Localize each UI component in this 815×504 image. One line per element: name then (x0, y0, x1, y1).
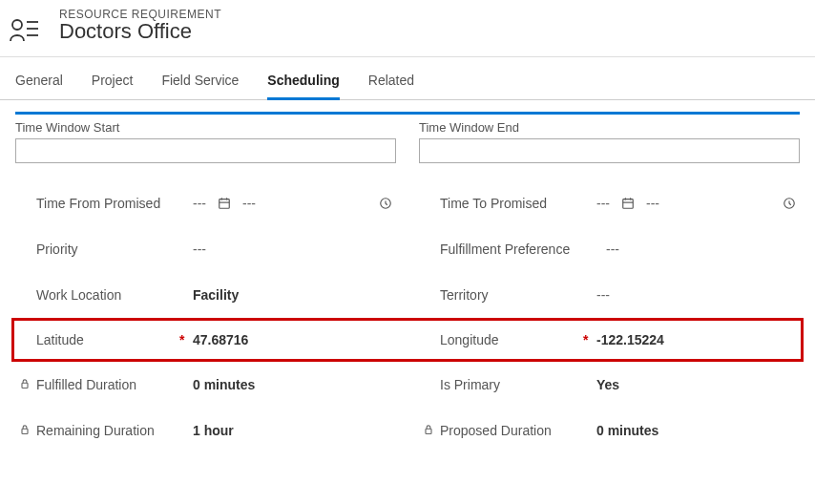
value-proposed-duration: 0 minutes (596, 423, 796, 438)
value-remaining-duration: 1 hour (193, 423, 392, 438)
svg-rect-16 (426, 429, 431, 433)
lock-icon (19, 377, 31, 392)
row-territory: Territory --- (419, 272, 800, 318)
time-window-start-input[interactable] (15, 138, 396, 163)
svg-rect-14 (22, 383, 28, 388)
right-column: Time Window End Time To Promised --- --- (419, 120, 800, 318)
label-remaining-duration: Remaining Duration (36, 423, 179, 438)
tab-project[interactable]: Project (92, 73, 134, 99)
label-time-from-promised: Time From Promised (36, 196, 179, 211)
time-to-promised-field[interactable]: --- --- (596, 196, 796, 211)
required-marker: * (583, 332, 596, 347)
tab-field-service[interactable]: Field Service (161, 73, 239, 99)
person-list-icon (10, 17, 36, 45)
row-latitude: Latitude * 47.68716 (15, 321, 396, 359)
svg-rect-9 (623, 200, 634, 209)
value-latitude[interactable]: 47.68716 (193, 332, 392, 347)
value-territory[interactable]: --- (596, 287, 796, 303)
svg-rect-15 (22, 429, 28, 433)
tab-bar: General Project Field Service Scheduling… (0, 57, 815, 100)
svg-point-0 (12, 20, 22, 30)
clock-icon[interactable] (783, 197, 796, 210)
time-window-end-input[interactable] (419, 138, 800, 163)
value-longitude[interactable]: -122.15224 (596, 332, 796, 347)
label-proposed-duration: Proposed Duration (440, 423, 583, 438)
label-time-to-promised: Time To Promised (440, 196, 583, 211)
clock-icon[interactable] (379, 197, 392, 210)
row-fulfillment-preference: Fulfillment Preference --- (419, 226, 800, 272)
required-marker: * (179, 332, 193, 347)
label-latitude: Latitude (36, 332, 179, 347)
row-remaining-duration: Remaining Duration 1 hour (15, 408, 396, 453)
row-fulfilled-duration: Fulfilled Duration 0 minutes (15, 362, 396, 408)
row-time-from-promised: Time From Promised --- --- (15, 180, 396, 226)
label-territory: Territory (440, 287, 583, 303)
tab-scheduling[interactable]: Scheduling (267, 73, 339, 100)
row-longitude: Longitude * -122.15224 (419, 321, 800, 359)
value-is-primary[interactable]: Yes (596, 377, 796, 392)
scheduling-panel: Time Window Start Time From Promised ---… (15, 112, 800, 453)
value-fulfilled-duration: 0 minutes (193, 377, 392, 392)
left-column: Time Window Start Time From Promised ---… (15, 120, 396, 318)
label-fulfilled-duration: Fulfilled Duration (36, 377, 179, 392)
row-proposed-duration: Proposed Duration 0 minutes (419, 408, 800, 453)
label-work-location: Work Location (36, 287, 179, 303)
label-longitude: Longitude (440, 332, 583, 347)
value-fulfillment-preference[interactable]: --- (606, 242, 796, 257)
value-priority[interactable]: --- (193, 242, 392, 257)
calendar-icon[interactable] (621, 197, 635, 210)
lock-icon (423, 423, 434, 438)
value-work-location[interactable]: Facility (193, 287, 392, 303)
row-priority: Priority --- (15, 226, 396, 272)
time-from-promised-field[interactable]: --- --- (193, 196, 392, 211)
label-priority: Priority (36, 242, 179, 257)
label-fulfillment-preference: Fulfillment Preference (440, 242, 593, 257)
record-header: RESOURCE REQUIREMENT Doctors Office (0, 0, 815, 57)
label-is-primary: Is Primary (440, 377, 583, 392)
calendar-icon[interactable] (218, 197, 231, 210)
highlight-lat-long: Latitude * 47.68716 Longitude * -122.152… (11, 318, 804, 362)
time-window-end-label: Time Window End (419, 120, 800, 135)
lock-icon (19, 423, 31, 438)
tab-general[interactable]: General (15, 73, 63, 99)
time-window-start-label: Time Window Start (15, 120, 396, 135)
tab-related[interactable]: Related (368, 73, 414, 99)
svg-rect-4 (219, 200, 230, 209)
row-is-primary: Is Primary Yes (419, 362, 800, 408)
record-name: Doctors Office (59, 19, 221, 44)
row-work-location: Work Location Facility (15, 272, 396, 318)
row-time-to-promised: Time To Promised --- --- (419, 180, 800, 226)
